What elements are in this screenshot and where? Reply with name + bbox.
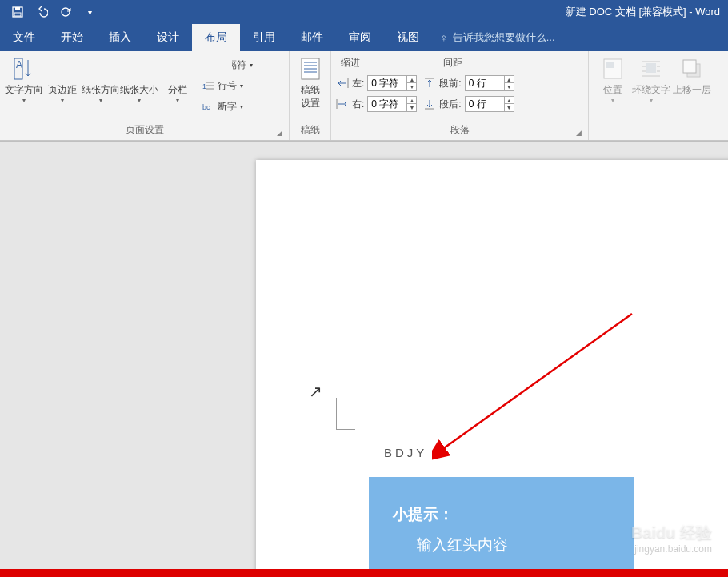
chevron-down-icon[interactable]: ▼ [504,104,514,111]
text-direction-icon: A [11,56,37,82]
paragraph-launcher-icon[interactable]: ◢ [576,129,582,137]
title-bar: ▾ 新建 DOC 文档 [兼容模式] - Word [0,0,728,24]
bottom-red-bar [0,569,728,577]
hyphenation-icon: bc [202,100,214,113]
svg-point-3 [62,8,70,16]
spacing-before-label: 段前: [439,77,461,90]
group-label-paragraph: 段落 ◢ [336,122,583,140]
watermark: Baidu 经验 jingyan.baidu.com [631,522,712,555]
tab-mailings[interactable]: 邮件 [288,24,336,51]
tip-title: 小提示： [393,499,610,530]
tab-home[interactable]: 开始 [48,24,96,51]
tab-design[interactable]: 设计 [144,24,192,51]
wrap-text-icon [638,56,664,82]
tab-references[interactable]: 引用 [240,24,288,51]
tell-me-placeholder: 告诉我您想要做什么... [453,30,555,45]
manuscript-settings-button[interactable]: 稿纸 设置 [294,54,326,110]
watermark-url: jingyan.baidu.com [631,543,712,555]
document-workspace[interactable]: ↗ BDJY 小提示： 输入红头内容 Baidu 经验 jingyan.baid… [0,141,728,569]
group-label-manuscript: 稿纸 [294,122,326,140]
tab-review[interactable]: 审阅 [336,24,384,51]
svg-rect-36 [646,63,656,73]
redo-icon[interactable] [59,6,72,18]
svg-text:A: A [16,59,22,70]
page-setup-launcher-icon[interactable]: ◢ [277,129,282,137]
watermark-brand: Baidu 经验 [631,523,712,541]
spacing-before-value[interactable] [466,78,504,89]
svg-rect-35 [606,62,614,68]
chevron-down-icon[interactable]: ▼ [504,83,514,90]
group-label-page-setup: 页面设置 ◢ [5,122,284,140]
document-text[interactable]: BDJY [384,446,437,460]
spacing-heading: 间距 [443,56,462,70]
svg-rect-1 [15,7,20,10]
indent-right-value[interactable] [368,98,406,110]
tab-view[interactable]: 视图 [384,24,432,51]
window-title: 新建 DOC 文档 [兼容模式] - Word [566,5,720,19]
spacing-before-icon [423,77,436,90]
svg-text:1: 1 [202,82,206,90]
spacing-after-label: 段后: [439,98,461,111]
indent-left-value[interactable] [368,78,406,89]
ribbon-tabs: 文件 开始 插入 设计 布局 引用 邮件 审阅 视图 ♀ 告诉我您想要做什么..… [0,24,728,51]
chevron-down-icon[interactable]: ▼ [406,83,416,90]
svg-rect-44 [683,60,696,73]
tip-callout: 小提示： 输入红头内容 [369,477,634,569]
group-paragraph: 缩进 间距 左: ▲▼ 右: [331,51,589,140]
chevron-up-icon[interactable]: ▲ [406,97,416,104]
indent-left-input[interactable]: ▲▼ [367,75,417,91]
qat-customize-icon[interactable]: ▾ [83,6,96,18]
lightbulb-icon: ♀ [440,32,448,44]
tip-body: 输入红头内容 [393,530,610,560]
hyphenation-button[interactable]: bc 断字▾ [202,98,253,115]
tell-me-search[interactable]: ♀ 告诉我您想要做什么... [440,30,555,51]
indent-heading: 缩进 [341,56,360,70]
group-manuscript: 稿纸 设置 稿纸 [290,51,331,140]
indent-right-label: 右: [352,98,364,111]
cursor-arrow-icon: ↗ [309,382,322,401]
chevron-up-icon[interactable]: ▲ [406,76,416,83]
indent-left-label: 左: [352,77,364,90]
text-direction-button[interactable]: A 文字方向▾ [5,54,43,104]
svg-rect-2 [14,13,21,16]
chevron-down-icon[interactable]: ▼ [406,104,416,111]
tab-insert[interactable]: 插入 [96,24,144,51]
text-caret [429,446,436,459]
spacing-after-icon [423,98,436,110]
tab-file[interactable]: 文件 [0,24,48,51]
page-margin-mark [336,398,355,430]
indent-left-icon [336,77,349,90]
spacing-before-input[interactable]: ▲▼ [465,75,514,91]
quick-access-toolbar: ▾ [0,6,96,18]
group-arrange: 位置▾ 环绕文字▾ 上移一层 [589,51,718,140]
tab-layout[interactable]: 布局 [192,24,240,51]
chevron-up-icon[interactable]: ▲ [504,97,514,104]
position-icon [600,56,626,82]
undo-icon[interactable] [35,6,48,18]
chevron-up-icon[interactable]: ▲ [504,76,514,83]
indent-right-icon [336,98,349,110]
svg-text:bc: bc [202,103,210,111]
indent-right-input[interactable]: ▲▼ [367,96,417,112]
bring-forward-icon [679,56,705,82]
bring-forward-button[interactable]: 上移一层 [670,54,714,97]
spacing-after-input[interactable]: ▲▼ [465,96,514,112]
position-button[interactable]: 位置▾ [594,54,632,104]
spacing-after-value[interactable] [466,98,504,110]
ribbon-blank-patch [48,54,232,82]
save-icon[interactable] [11,6,24,18]
wrap-text-button[interactable]: 环绕文字▾ [632,54,670,104]
manuscript-icon [298,56,323,82]
